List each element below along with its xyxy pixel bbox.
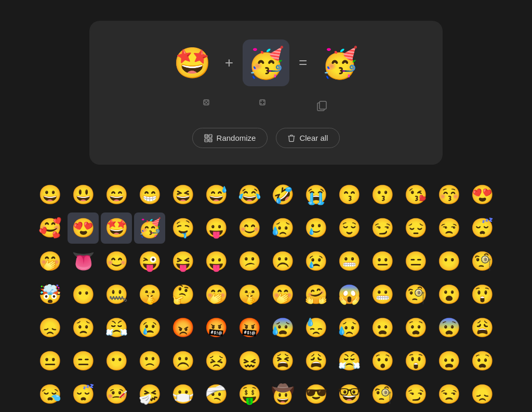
emoji-item[interactable]: 😤 xyxy=(334,345,365,377)
emoji-item[interactable]: ☹️ xyxy=(267,246,298,277)
emoji-item[interactable]: 😂 xyxy=(234,179,265,210)
emoji-item[interactable]: 😄 xyxy=(101,179,132,210)
emoji-item[interactable]: 😝 xyxy=(167,246,198,277)
emoji-item[interactable]: 😨 xyxy=(433,312,464,343)
emoji-item[interactable]: 😴 xyxy=(68,379,99,410)
emoji-item[interactable]: 😞 xyxy=(467,379,498,410)
emoji-item[interactable]: 😩 xyxy=(467,312,498,343)
emoji-item[interactable]: 😀 xyxy=(34,179,65,210)
emoji-item[interactable]: 😦 xyxy=(433,345,464,377)
emoji-item[interactable]: 😯 xyxy=(367,345,398,377)
emoji-item[interactable]: 🤬 xyxy=(201,312,232,343)
emoji-item[interactable]: 😍 xyxy=(68,212,99,244)
emoji-item[interactable]: 😙 xyxy=(334,179,365,210)
emoji-item[interactable]: 😩 xyxy=(300,345,331,377)
emoji-item[interactable]: 😧 xyxy=(400,312,431,343)
emoji-item[interactable]: 😔 xyxy=(400,212,431,244)
emoji-item[interactable]: 😕 xyxy=(234,246,265,277)
emoji-item[interactable]: 😶 xyxy=(68,279,99,310)
emoji-item[interactable]: 😐 xyxy=(367,246,398,277)
emoji-item[interactable]: 😓 xyxy=(300,312,331,343)
emoji-item[interactable]: 😅 xyxy=(201,179,232,210)
randomize-button[interactable]: Randomize xyxy=(192,128,268,148)
emoji-item[interactable]: 😜 xyxy=(134,246,165,277)
emoji-item[interactable]: 🤕 xyxy=(201,379,232,410)
emoji-item[interactable]: 😤 xyxy=(101,312,132,343)
emoji-item[interactable]: 🧐 xyxy=(400,279,431,310)
emoji-item[interactable]: 🤭 xyxy=(201,279,232,310)
emoji-item[interactable]: 😭 xyxy=(300,179,331,210)
emoji-item[interactable]: 😬 xyxy=(367,279,398,310)
emoji-item[interactable]: 😒 xyxy=(433,212,464,244)
emoji-item[interactable]: 🙁 xyxy=(134,345,165,377)
emoji-item[interactable]: 🤭 xyxy=(267,279,298,310)
emoji-item[interactable]: 😞 xyxy=(34,312,65,343)
emoji-item[interactable]: 🥰 xyxy=(34,212,65,244)
emoji-item[interactable]: 😏 xyxy=(400,379,431,410)
emoji-item[interactable]: 😴 xyxy=(467,212,498,244)
emoji-item[interactable]: 😣 xyxy=(201,345,232,377)
emoji-item[interactable]: 😶 xyxy=(433,246,464,277)
emoji-item[interactable]: 🤒 xyxy=(101,379,132,410)
emoji-item[interactable]: 🤫 xyxy=(234,279,265,310)
clear-all-button[interactable]: Clear all xyxy=(276,128,340,148)
emoji-item[interactable]: 😱 xyxy=(334,279,365,310)
emoji-item[interactable]: 😊 xyxy=(101,246,132,277)
emoji-item[interactable]: 😁 xyxy=(134,179,165,210)
emoji-item[interactable]: 😚 xyxy=(433,179,464,210)
emoji-item[interactable]: 😑 xyxy=(68,345,99,377)
emoji-item[interactable]: 🤐 xyxy=(101,279,132,310)
emoji-item[interactable]: 🤔 xyxy=(167,279,198,310)
emoji-slot-1[interactable]: 🤩 xyxy=(169,39,216,86)
emoji-item[interactable]: 😦 xyxy=(367,312,398,343)
emoji-item[interactable]: 🤧 xyxy=(134,379,165,410)
emoji-item[interactable]: 😢 xyxy=(300,246,331,277)
emoji-item[interactable]: 😆 xyxy=(167,179,198,210)
emoji-item[interactable]: 🥳 xyxy=(134,212,165,244)
emoji-item[interactable]: 🤭 xyxy=(34,246,65,277)
emoji-item[interactable]: 🤤 xyxy=(167,212,198,244)
emoji-item[interactable]: 😮 xyxy=(433,279,464,310)
emoji-item[interactable]: 😑 xyxy=(400,246,431,277)
emoji-result[interactable]: 🥳 xyxy=(316,39,363,86)
emoji-item[interactable]: 😍 xyxy=(467,179,498,210)
emoji-item[interactable]: 😛 xyxy=(201,212,232,244)
emoji-item[interactable]: 😊 xyxy=(234,212,265,244)
emoji-item[interactable]: 🥲 xyxy=(300,212,331,244)
randomize-icon-btn[interactable] xyxy=(187,97,233,115)
emoji-item[interactable]: 😘 xyxy=(400,179,431,210)
emoji-item[interactable]: 🤬 xyxy=(234,312,265,343)
emoji-item[interactable]: 😃 xyxy=(68,179,99,210)
emoji-item[interactable]: 🤠 xyxy=(267,379,298,410)
emoji-item[interactable]: 😟 xyxy=(68,312,99,343)
emoji-item[interactable]: 🤩 xyxy=(101,212,132,244)
slot2-icon-btn[interactable] xyxy=(243,97,289,115)
emoji-item[interactable]: 😬 xyxy=(334,246,365,277)
emoji-item[interactable]: 😪 xyxy=(34,379,65,410)
emoji-item[interactable]: 🧐 xyxy=(367,379,398,410)
emoji-item[interactable]: 😲 xyxy=(467,279,498,310)
emoji-item[interactable]: 😰 xyxy=(267,312,298,343)
emoji-item[interactable]: 😶 xyxy=(101,345,132,377)
emoji-item[interactable]: ☹️ xyxy=(167,345,198,377)
emoji-item[interactable]: 😫 xyxy=(267,345,298,377)
emoji-item[interactable]: 🤣 xyxy=(267,179,298,210)
emoji-item[interactable]: 😢 xyxy=(134,312,165,343)
emoji-item[interactable]: 😷 xyxy=(167,379,198,410)
emoji-item[interactable]: 😧 xyxy=(467,345,498,377)
emoji-slot-2[interactable]: 🥳 xyxy=(243,39,289,86)
emoji-item[interactable]: 😥 xyxy=(334,312,365,343)
emoji-item[interactable]: 😎 xyxy=(300,379,331,410)
emoji-item[interactable]: 😏 xyxy=(367,212,398,244)
emoji-item[interactable]: 😗 xyxy=(367,179,398,210)
emoji-item[interactable]: 🤑 xyxy=(234,379,265,410)
emoji-item[interactable]: 😌 xyxy=(334,212,365,244)
emoji-item[interactable]: 🤗 xyxy=(300,279,331,310)
emoji-item[interactable]: 😛 xyxy=(201,246,232,277)
emoji-item[interactable]: 🧐 xyxy=(467,246,498,277)
emoji-item[interactable]: 🤫 xyxy=(134,279,165,310)
emoji-item[interactable]: 😥 xyxy=(267,212,298,244)
emoji-item[interactable]: 😡 xyxy=(167,312,198,343)
emoji-item[interactable]: 😒 xyxy=(433,379,464,410)
emoji-item[interactable]: 😖 xyxy=(234,345,265,377)
